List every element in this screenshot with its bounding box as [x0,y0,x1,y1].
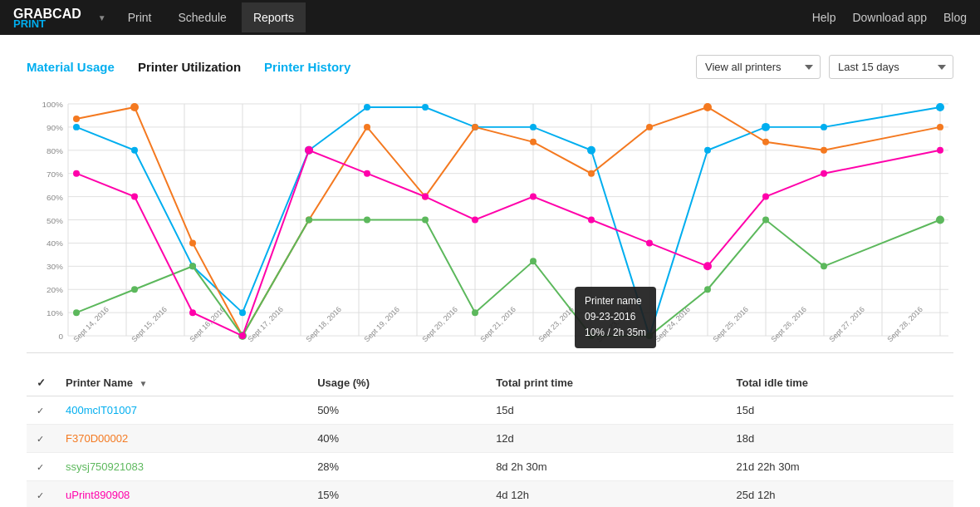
printer-name-link[interactable]: F370D00002 [66,432,128,445]
svg-point-107 [588,217,595,224]
sort-icon-printer-name: ▼ [140,379,148,388]
chart-container: 100% 90% 80% 70% 60% 50% 40% 30% 20% 10%… [27,96,953,353]
svg-text:0: 0 [58,332,63,341]
printer-name-link[interactable]: ssysj750921083 [66,460,144,473]
nav-link-reports[interactable]: Reports [242,2,306,32]
table-header-usage: Usage (%) [307,370,486,396]
svg-text:Sept 15, 2016: Sept 15, 2016 [130,305,169,343]
table-section: ✓ Printer Name ▼ Usage (%) Total print t… [27,370,953,507]
svg-point-94 [704,286,711,293]
svg-point-88 [364,217,370,224]
svg-text:100%: 100% [42,100,63,109]
svg-point-111 [821,170,827,177]
svg-text:90%: 90% [47,123,63,132]
row-print-time: 12d [486,425,726,453]
chart-line-blue [76,107,940,336]
svg-point-87 [306,217,312,224]
svg-text:Sept 23, 2016: Sept 23, 2016 [537,305,576,343]
svg-point-90 [472,309,478,316]
svg-point-81 [821,147,827,154]
table-header-print-time: Total print time [486,370,726,396]
svg-text:Sept 24, 2016: Sept 24, 2016 [653,305,692,343]
svg-point-85 [189,263,196,269]
printer-name-link[interactable]: 400mclT01007 [66,404,137,416]
printer-filter-select[interactable]: View all printers [696,55,821,79]
check-icon: ✓ [37,406,44,416]
svg-point-104 [422,194,429,200]
tab-printer-history[interactable]: Printer History [264,60,350,74]
svg-point-66 [821,124,827,130]
svg-text:Sept 23, 2016: Sept 23, 2016 [595,305,634,343]
svg-point-98 [73,170,80,177]
row-print-time: 4d 12h [486,481,726,508]
svg-point-67 [936,103,944,111]
brand-dropdown-arrow[interactable]: ▼ [98,13,106,22]
printer-table: ✓ Printer Name ▼ Usage (%) Total print t… [27,370,953,507]
svg-text:Sept 26, 2016: Sept 26, 2016 [769,305,808,343]
filter-group: View all printers Last 15 days [696,55,953,79]
svg-point-91 [530,258,537,264]
svg-point-65 [762,123,770,131]
tabs-row: Material Usage Printer Utilization Print… [27,55,953,79]
row-usage: 50% [307,396,486,425]
svg-text:30%: 30% [47,262,63,271]
svg-text:10%: 10% [47,308,63,317]
svg-point-69 [130,103,139,111]
svg-point-54 [131,147,138,154]
svg-text:Sept 28, 2016: Sept 28, 2016 [885,305,924,343]
svg-point-93 [646,332,653,339]
svg-text:Sept 18, 2016: Sept 18, 2016 [304,305,343,343]
nav-help-link[interactable]: Help [812,11,836,24]
row-usage: 15% [307,481,486,508]
nav-blog-link[interactable]: Blog [943,11,967,24]
svg-point-64 [704,147,711,154]
table-header-idle-time: Total idle time [727,370,953,396]
svg-point-106 [530,194,537,200]
svg-point-77 [588,170,595,177]
svg-text:Sept 27, 2016: Sept 27, 2016 [827,305,866,343]
svg-point-79 [703,103,712,111]
svg-point-97 [936,216,944,224]
svg-text:Sept 25, 2016: Sept 25, 2016 [711,305,750,343]
row-check-cell: ✓ [27,396,56,425]
nav-right-links: Help Download app Blog [812,11,967,24]
row-check-cell: ✓ [27,425,56,453]
svg-point-84 [131,286,138,293]
svg-point-53 [73,124,80,130]
table-row: ✓ ssysj750921083 28% 8d 2h 30m 21d 22h 3… [27,453,953,481]
brand-logo: GRAB CAD PRINT [13,7,88,29]
row-print-time: 8d 2h 30m [486,453,726,481]
table-header-check: ✓ [27,370,56,396]
tab-material-usage[interactable]: Material Usage [27,60,115,74]
svg-point-61 [530,124,537,130]
row-printer-name: 400mclT01007 [56,396,307,425]
svg-point-70 [189,239,196,246]
check-icon: ✓ [37,434,44,444]
svg-point-96 [821,263,827,269]
svg-text:Sept 21, 2016: Sept 21, 2016 [478,305,517,343]
nav-download-link[interactable]: Download app [852,11,927,24]
printer-name-link[interactable]: uPrint890908 [66,489,130,501]
svg-point-105 [472,217,478,224]
svg-point-73 [364,124,370,130]
svg-point-78 [646,124,653,130]
tab-printer-utilization[interactable]: Printer Utilization [138,60,241,74]
svg-point-92 [588,332,595,339]
svg-point-59 [422,104,429,111]
svg-point-112 [937,147,943,154]
row-print-time: 15d [486,396,726,425]
table-row: ✓ 400mclT01007 50% 15d 15d [27,396,953,425]
check-icon: ✓ [37,462,44,472]
svg-point-75 [472,124,478,130]
brand-print-text: PRINT [13,18,88,29]
svg-point-109 [703,262,712,270]
svg-point-58 [364,104,370,111]
table-header-printer-name[interactable]: Printer Name ▼ [56,370,307,396]
svg-point-108 [646,239,653,246]
table-row: ✓ uPrint890908 15% 4d 12h 25d 12h [27,481,953,508]
svg-point-89 [422,217,429,224]
row-check-cell: ✓ [27,481,56,508]
nav-link-print[interactable]: Print [116,2,164,32]
nav-link-schedule[interactable]: Schedule [166,2,238,32]
period-filter-select[interactable]: Last 15 days [829,55,953,79]
